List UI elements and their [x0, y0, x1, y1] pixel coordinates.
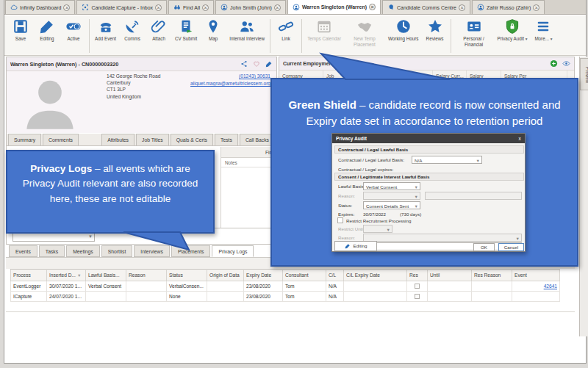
cell-consultant: Tom — [283, 281, 326, 292]
record-tab-tasks[interactable]: Tasks — [39, 245, 65, 257]
green-shield-callout-tail — [307, 51, 454, 81]
toolbar-reviews-button[interactable]: Reviews — [422, 17, 448, 55]
grid-column-origin-of-data[interactable]: Origin of Data — [207, 270, 244, 281]
record-tab-meetings[interactable]: Meetings — [66, 245, 100, 257]
toolbar-privacy-audit-button[interactable]: Privacy Audit ▾ — [495, 17, 531, 55]
editing-button[interactable]: Editing — [334, 241, 377, 251]
close-tab-icon[interactable]: × — [533, 4, 539, 11]
grid-column-inserted-d[interactable]: Inserted D...▼ — [47, 270, 86, 281]
address-line: 142 George Roche Road — [107, 73, 160, 79]
cell-status: None — [167, 292, 207, 302]
grid-column-res-reason[interactable]: Res Reason — [472, 270, 512, 281]
preview-eye-icon[interactable] — [562, 59, 570, 68]
candidate-tab-tests[interactable]: Tests — [215, 134, 238, 145]
add-employment-icon[interactable] — [550, 59, 558, 68]
lawful-basis-combobox[interactable]: Verbal Consent▼ — [363, 182, 420, 190]
cell-consultant: Tom — [283, 292, 326, 302]
candidate-tab-summary[interactable]: Summary — [8, 134, 41, 145]
window-tab-candidate-icapture-inbox[interactable]: Candidate iCapture - Inbox× — [76, 0, 167, 14]
grid-column-res[interactable]: Res — [407, 270, 428, 281]
favourite-heart-icon[interactable] — [253, 60, 260, 68]
toolbar-cv-submit-button[interactable]: CV Submit — [172, 17, 200, 55]
grid-header-row: ProcessInserted D...▼Lawful Basis...Reas… — [11, 270, 560, 281]
grid-column-reason[interactable]: Reason — [126, 270, 167, 281]
toolbar-more-button[interactable]: More... ▾ — [530, 17, 556, 55]
toolbar-attach-button[interactable]: Attach — [146, 17, 172, 55]
toolbar-active-button[interactable]: Active — [60, 17, 87, 55]
dialog-close-icon[interactable]: x — [516, 135, 523, 142]
window-tab-find-all[interactable]: Find All× — [168, 0, 214, 14]
close-tab-icon[interactable]: × — [63, 4, 70, 11]
privacy-log-row[interactable]: ICapture24/07/2020 1...None23/08/2020Tom… — [11, 292, 560, 302]
grid-column-c-l-expiry-date[interactable]: C/L Expiry Date — [344, 270, 407, 281]
preview-side-strip: Preview — [579, 57, 588, 336]
candidate-tab-quals-certs[interactable]: Quals & Certs — [171, 134, 213, 145]
privacy-log-row[interactable]: EventLogger30/07/2020 1...Verbal Consent… — [11, 281, 560, 292]
window-tab-warren-singleton-warren[interactable]: Warren Singleton (Warren)× — [287, 0, 381, 14]
candidate-email-link[interactable]: aliquet.magna@ametultriciessem.org — [190, 81, 270, 86]
close-tab-icon[interactable]: × — [459, 4, 465, 11]
grid-column-until[interactable]: Until — [428, 270, 472, 281]
grid-column-consultant[interactable]: Consultant — [283, 270, 326, 281]
close-tab-icon[interactable]: × — [274, 4, 281, 11]
candidate-tab-job-titles[interactable]: Job Titles — [136, 134, 169, 145]
toolbar-working-hours-button[interactable]: Working Hours — [385, 17, 422, 55]
toolbar-link-button[interactable]: Link — [273, 17, 299, 55]
preview-side-tab[interactable]: Preview — [580, 58, 588, 90]
new-temp-placement-icon — [356, 18, 373, 35]
candidate-phone-link[interactable]: (01243) 30631 — [239, 73, 270, 79]
window-tab-label: Zahir Russo (Zahir) — [487, 5, 531, 10]
toolbar-add-event-button[interactable]: Add Event — [92, 17, 119, 55]
restrict-processing-checkbox[interactable] — [337, 217, 343, 223]
window-tab-infinity-dashboard[interactable]: Infinity Dashboard× — [5, 0, 75, 14]
grid-column-status[interactable]: Status — [167, 270, 207, 281]
record-tab-privacy-logs[interactable]: Privacy Logs — [212, 245, 254, 257]
cell-origin — [207, 292, 244, 302]
candidate-title: Warren Singleton (Warren) - CN0000003320 — [10, 61, 240, 68]
res-checkbox[interactable] — [415, 294, 420, 299]
cell-until — [428, 292, 472, 302]
toolbar-save-button[interactable]: Save — [7, 17, 34, 55]
window-tab-candidate-comms-centre[interactable]: Candidate Comms Centre× — [382, 0, 470, 14]
candidate-tab-attributes[interactable]: Attributes — [101, 134, 135, 145]
grid-column-event[interactable]: Event — [512, 270, 560, 281]
toolbar-personal-financial-button[interactable]: Personal / Financial — [453, 17, 495, 55]
close-tab-icon[interactable]: × — [202, 4, 209, 11]
grid-column-process[interactable]: Process — [11, 270, 47, 281]
share-icon[interactable] — [240, 60, 248, 68]
address-line: CT1 3LP — [107, 86, 160, 93]
chevron-down-icon: ▼ — [476, 158, 480, 164]
edit-pencil-icon[interactable] — [265, 60, 273, 68]
toolbar-map-button[interactable]: Map — [200, 17, 226, 55]
record-tab-events[interactable]: Events — [9, 245, 37, 257]
toolbar-internal-interview-button[interactable]: Internal Interview — [226, 17, 268, 55]
cancel-button[interactable]: Cancel — [498, 243, 524, 251]
grid-column-lawful-basis[interactable]: Lawful Basis... — [86, 270, 126, 281]
candidate-tab-comments[interactable]: Comments — [43, 134, 79, 145]
res-checkbox[interactable] — [415, 284, 420, 289]
toolbar-comms-button[interactable]: Comms — [119, 17, 146, 55]
more-menu-icon — [535, 18, 551, 35]
cell-expiry: 23/08/2020 — [244, 292, 283, 302]
candidate-tab-call-backs[interactable]: Call Backs — [240, 134, 275, 145]
status-combobox[interactable]: Consent Details Sent▼ — [363, 201, 420, 209]
comms-centre-icon — [387, 4, 395, 11]
cell-origin — [207, 281, 244, 292]
close-tab-icon[interactable]: × — [369, 4, 376, 10]
window-tab-zahir-russo-zahir[interactable]: Zahir Russo (Zahir)× — [472, 0, 545, 14]
window-tab-john-smith-john[interactable]: John Smith (John)× — [215, 0, 286, 14]
grid-column-c-l[interactable]: C/L — [326, 270, 344, 281]
ok-button[interactable]: OK — [473, 243, 495, 251]
save-icon — [12, 18, 29, 35]
restrict-reason-label: Reason: — [338, 235, 355, 240]
toolbar-button-label: Personal / Financial — [456, 36, 492, 48]
cell-lawful — [86, 292, 126, 302]
window-tab-label: Infinity Dashboard — [20, 5, 61, 10]
close-tab-icon[interactable]: × — [155, 4, 162, 11]
working-hours-clock-icon — [395, 18, 412, 35]
contractual-section-header: Contractual / Legal Lawful Basis — [334, 145, 524, 154]
toolbar-editing-button[interactable]: Editing — [34, 17, 60, 55]
event-link[interactable]: 42641 — [544, 284, 557, 289]
grid-column-expiry-date[interactable]: Expiry Date — [244, 270, 283, 281]
contractual-basis-combobox[interactable]: N/A▼ — [412, 156, 482, 164]
